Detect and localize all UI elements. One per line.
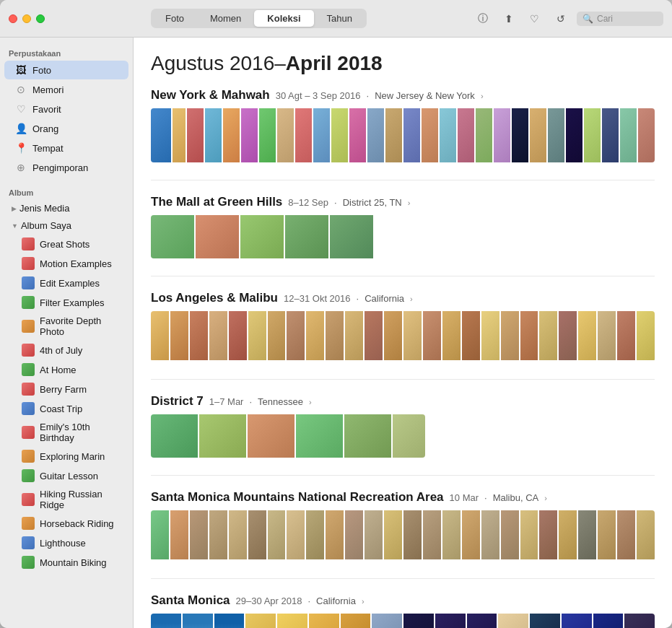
collection-title[interactable]: Los Angeles & Malibu <box>151 291 278 305</box>
photo <box>170 510 188 559</box>
collection-date: 30 Agt – 3 Sep 2016 <box>276 90 361 101</box>
photo <box>209 510 227 559</box>
sidebar-item-pengimporan[interactable]: ⊕ Pengimporan <box>4 158 128 177</box>
photo <box>598 311 616 360</box>
photo <box>520 311 538 360</box>
close-button[interactable] <box>9 14 17 23</box>
search-box[interactable]: 🔍 <box>577 12 663 26</box>
collection-header: District 7 1–7 Mar · Tennessee › <box>151 394 655 409</box>
tab-foto[interactable]: Foto <box>152 10 197 27</box>
main-area: Perpustakaan 🖼 Foto ⊙ Memori ♡ Favorit 👤… <box>0 38 672 628</box>
photo <box>223 108 240 162</box>
album-icon <box>22 517 35 530</box>
sidebar-item-hiking-russian-ridge[interactable]: Hiking Russian Ridge <box>12 486 128 513</box>
sidebar-item-coast-trip[interactable]: Coast Trip <box>12 399 128 418</box>
heart-button[interactable]: ♡ <box>525 9 545 29</box>
photo <box>229 311 247 360</box>
sidebar-item-orang[interactable]: 👤 Orang <box>4 119 128 138</box>
album-saya-group[interactable]: ▼ Album Saya <box>4 217 128 234</box>
jenis-media-group[interactable]: ▶ Jenis Media <box>4 200 128 217</box>
album-icon <box>22 257 35 270</box>
sidebar-item-label: Great Shots <box>40 239 90 250</box>
photo <box>440 108 456 162</box>
sidebar-item-filter-examples[interactable]: Filter Examples <box>12 293 128 312</box>
album-saya-items: Great Shots Motion Examples Edit Example… <box>0 235 133 572</box>
sidebar-item-horseback-riding[interactable]: Horseback Riding <box>12 514 128 533</box>
share-button[interactable]: ⬆ <box>499 9 519 29</box>
sidebar-item-foto[interactable]: 🖼 Foto <box>4 61 128 79</box>
photo <box>285 215 328 258</box>
photo <box>559 311 577 360</box>
collection-location[interactable]: California <box>365 293 404 304</box>
maximize-button[interactable] <box>36 14 45 23</box>
info-button[interactable]: ⓘ <box>473 9 493 29</box>
photo <box>190 311 208 360</box>
album-icon <box>22 556 35 569</box>
photo <box>365 311 383 360</box>
title-light: Agustus 2016– <box>151 52 286 74</box>
collection-santa-monica-mountains: Santa Monica Mountains National Recreati… <box>151 490 655 561</box>
sidebar-item-mountain-biking[interactable]: Mountain Biking <box>12 553 128 572</box>
collection-location[interactable]: New Jersey & New York <box>375 90 475 101</box>
sidebar-item-favorit[interactable]: ♡ Favorit <box>4 100 128 118</box>
minimize-button[interactable] <box>22 14 31 23</box>
sidebar-item-label: Coast Trip <box>40 404 82 414</box>
photo-strip[interactable] <box>151 414 425 458</box>
photo-strip[interactable] <box>151 311 655 362</box>
album-section-label: Album <box>0 184 133 199</box>
album-icon <box>22 450 35 463</box>
sidebar-item-label: Orang <box>32 123 58 134</box>
photo <box>476 108 492 162</box>
photo-strip[interactable] <box>151 614 655 628</box>
photo <box>637 311 655 360</box>
tab-koleksi[interactable]: Koleksi <box>254 10 313 27</box>
sidebar-item-label: Filter Examples <box>40 297 105 308</box>
album-icon <box>22 344 35 357</box>
collection-location[interactable]: District 25, TN <box>343 197 402 208</box>
sidebar-item-favorite-depth-photo[interactable]: Favorite Depth Photo <box>12 313 128 340</box>
photo <box>345 311 363 360</box>
collection-title[interactable]: District 7 <box>151 394 204 409</box>
chevron-right-icon: ▶ <box>12 205 17 212</box>
search-input[interactable] <box>597 14 655 24</box>
collection-header: Santa Monica 29–30 Apr 2018 · California… <box>151 593 655 608</box>
tab-momen[interactable]: Momen <box>197 10 254 27</box>
sidebar-item-guitar-lesson[interactable]: Guitar Lesson <box>12 466 128 485</box>
sidebar-item-motion-examples[interactable]: Motion Examples <box>12 254 128 273</box>
collection-title[interactable]: The Mall at Green Hills <box>151 195 282 209</box>
photo <box>617 311 635 360</box>
pengimporan-icon: ⊕ <box>14 161 27 174</box>
album-icon <box>22 469 35 482</box>
collection-date: 10 Mar <box>450 492 479 503</box>
collection-location[interactable]: California <box>316 596 356 606</box>
sidebar-item-at-home[interactable]: At Home <box>12 360 128 379</box>
sidebar-item-berry-farm[interactable]: Berry Farm <box>12 380 128 398</box>
tab-tahun[interactable]: Tahun <box>314 10 365 27</box>
toolbar-tabs: Foto Momen Koleksi Tahun <box>151 9 367 28</box>
sidebar-item-lighthouse[interactable]: Lighthouse <box>12 533 128 552</box>
sidebar-item-emilys-birthday[interactable]: Emily's 10th Birthday <box>12 419 128 446</box>
page-title: Agustus 2016–April 2018 <box>151 52 655 75</box>
sidebar-item-exploring-marin[interactable]: Exploring Marin <box>12 447 128 466</box>
sidebar-item-edit-examples[interactable]: Edit Examples <box>12 274 128 292</box>
collection-date: 8–12 Sep <box>288 197 328 208</box>
collection-title[interactable]: New York & Mahwah <box>151 88 270 103</box>
photo-strip[interactable] <box>151 108 655 162</box>
sidebar-item-tempat[interactable]: 📍 Tempat <box>4 139 128 157</box>
sidebar-item-4th-of-july[interactable]: 4th of July <box>12 341 128 359</box>
photo <box>620 108 637 162</box>
photo <box>241 108 258 162</box>
photo <box>248 311 266 360</box>
collection-location[interactable]: Tennessee <box>258 396 303 407</box>
collection-title[interactable]: Santa Monica Mountains National Recreati… <box>151 490 444 505</box>
photo <box>372 614 402 628</box>
rotate-button[interactable]: ↺ <box>551 9 571 29</box>
photo <box>403 108 420 162</box>
photo <box>598 510 616 559</box>
photo-strip[interactable] <box>151 215 382 258</box>
photo-strip[interactable] <box>151 510 655 561</box>
collection-title[interactable]: Santa Monica <box>151 593 230 608</box>
sidebar-item-memori[interactable]: ⊙ Memori <box>4 80 128 99</box>
sidebar-item-great-shots[interactable]: Great Shots <box>12 235 128 253</box>
collection-location[interactable]: Malibu, CA <box>493 492 539 503</box>
